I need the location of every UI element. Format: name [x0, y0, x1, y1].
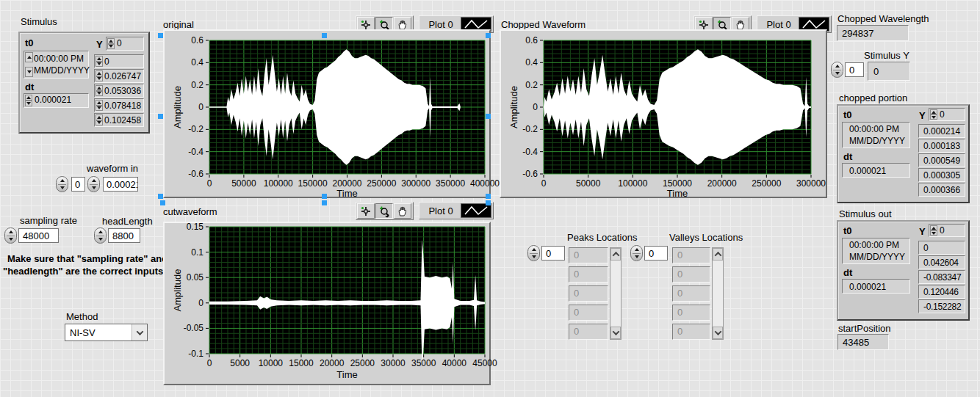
selection-handle[interactable]: [486, 200, 491, 205]
y-index-field[interactable]: 0: [929, 224, 965, 237]
stimulus-out-label: Stimulus out: [839, 208, 892, 219]
increment-icon[interactable]: [25, 52, 33, 62]
selection-handle[interactable]: [322, 194, 327, 199]
chopped-waveform-plot: 0500001000001500002000002500003000000.60…: [501, 31, 826, 197]
svg-text:-0.2: -0.2: [188, 124, 203, 134]
selection-handle[interactable]: [322, 200, 327, 205]
stimulus-y-index[interactable]: 0: [845, 62, 864, 77]
svg-text:-0.1: -0.1: [188, 349, 203, 359]
y-index-spinner[interactable]: [930, 225, 937, 236]
valleys-array-element: 0: [672, 324, 710, 340]
dt-field[interactable]: 0.000021: [24, 93, 89, 108]
stimulus-y-index-spinner[interactable]: [831, 62, 843, 78]
selection-handle[interactable]: [322, 33, 327, 38]
sampling-rate-spinner[interactable]: [4, 227, 17, 244]
svg-text:300000: 300000: [401, 178, 430, 189]
svg-text:-0.4: -0.4: [522, 147, 538, 157]
svg-text:-0.6: -0.6: [522, 169, 538, 179]
svg-text:250000: 250000: [367, 178, 396, 189]
svg-text:0.6: 0.6: [525, 35, 538, 45]
peaks-index-spinner[interactable]: [527, 245, 540, 261]
scroll-up-icon[interactable]: [610, 248, 621, 261]
plot-line-style-icon[interactable]: [461, 203, 491, 218]
selection-handle[interactable]: [158, 194, 163, 199]
y-array-element: 0: [918, 241, 965, 255]
svg-text:150000: 150000: [663, 178, 692, 189]
start-position-value: 43485: [837, 334, 889, 350]
svg-text:300000: 300000: [796, 178, 826, 189]
y-array-element: -0.083347: [918, 270, 965, 284]
waveform-in-value[interactable]: 0.000213: [103, 177, 138, 192]
valleys-index[interactable]: 0: [644, 246, 668, 261]
stimulus-y-label: Stimulus Y: [864, 50, 909, 61]
note-line-1: Make sure that "sampling rate" and: [7, 253, 167, 264]
dt-label: dt: [843, 151, 852, 162]
dt-spinner[interactable]: [25, 95, 32, 106]
y-index-spinner[interactable]: [930, 109, 937, 120]
svg-text:-0.6: -0.6: [188, 169, 203, 179]
dt-value: 0.000021: [842, 163, 910, 178]
waveform-in-index[interactable]: 0: [71, 177, 85, 192]
chevron-down-icon[interactable]: [131, 324, 147, 340]
head-length-spinner[interactable]: [94, 227, 107, 244]
y-label: Y: [919, 110, 926, 121]
peaks-array-element: 0: [569, 266, 608, 283]
y-array-element[interactable]: 0.026747: [94, 69, 144, 83]
stimulus-y-value: 0: [868, 62, 910, 81]
svg-text:0.6: 0.6: [191, 35, 203, 45]
svg-text:250000: 250000: [752, 178, 781, 189]
pan-tool-icon[interactable]: [394, 203, 411, 219]
selection-handle[interactable]: [486, 114, 491, 119]
sampling-rate-value[interactable]: 48000: [18, 228, 59, 243]
svg-text:Time: Time: [667, 188, 688, 199]
y-array-element: 0.000366: [918, 183, 965, 197]
y-array-element: 0.042604: [918, 255, 965, 269]
svg-text:0.4: 0.4: [191, 57, 203, 68]
decrement-icon[interactable]: [25, 67, 33, 77]
svg-text:150000: 150000: [298, 178, 328, 189]
valleys-index-spinner[interactable]: [630, 245, 643, 261]
peaks-index[interactable]: 0: [541, 246, 565, 261]
y-array-element[interactable]: 0.102458: [94, 113, 144, 127]
t0-spinner[interactable]: [25, 52, 33, 77]
t0-value: 00:00:00 PMMM/DD/YYYY: [842, 122, 910, 148]
chopped-waveform-graph: 0500001000001500002000002500003000000.60…: [500, 29, 827, 198]
plot-legend[interactable]: Plot 0: [419, 202, 494, 219]
selection-handle[interactable]: [160, 200, 165, 205]
svg-text:0.4: 0.4: [525, 57, 538, 68]
method-dropdown[interactable]: NI-SV: [65, 324, 148, 341]
svg-text:0.15: 0.15: [187, 222, 204, 232]
waveform-in-index-spinner[interactable]: [56, 176, 68, 192]
waveform-in-value-spinner[interactable]: [87, 176, 100, 192]
selection-handle[interactable]: [158, 33, 163, 38]
selection-handle[interactable]: [486, 33, 491, 38]
t0-timestamp-field[interactable]: 00:00:00 PMMM/DD/YYYY: [24, 51, 89, 79]
dt-value: 0.000021: [842, 279, 910, 294]
y-array-element[interactable]: 0.078418: [94, 98, 144, 112]
dt-label: dt: [25, 81, 34, 92]
y-index-field[interactable]: 0: [106, 37, 144, 51]
head-length-value[interactable]: 8800: [108, 228, 140, 243]
y-array-element: 0.000549: [918, 153, 965, 167]
method-label: Method: [66, 311, 98, 322]
head-length-label: headLength: [102, 216, 153, 227]
valleys-array-scrollbar[interactable]: [712, 247, 724, 340]
scroll-down-icon[interactable]: [713, 327, 723, 339]
selection-handle[interactable]: [486, 194, 491, 199]
method-selected-value: NI-SV: [65, 327, 131, 338]
scroll-up-icon[interactable]: [713, 248, 723, 261]
y-index-spinner[interactable]: [107, 38, 115, 49]
svg-text:50000: 50000: [576, 178, 601, 189]
peaks-array-scrollbar[interactable]: [610, 247, 621, 340]
svg-text:Amplitude: Amplitude: [172, 269, 183, 312]
scroll-down-icon[interactable]: [610, 327, 621, 339]
cursor-tool-icon[interactable]: [357, 203, 375, 219]
y-array-element[interactable]: 0: [94, 54, 144, 68]
y-array-element[interactable]: 0.053036: [94, 84, 144, 98]
y-index-value: 0: [940, 109, 945, 120]
selection-handle[interactable]: [158, 114, 163, 119]
zoom-tool-icon[interactable]: [375, 203, 393, 219]
y-index-field[interactable]: 0: [929, 108, 965, 121]
svg-text:200000: 200000: [707, 178, 737, 189]
waveform-in-label: waveform in: [87, 163, 138, 174]
